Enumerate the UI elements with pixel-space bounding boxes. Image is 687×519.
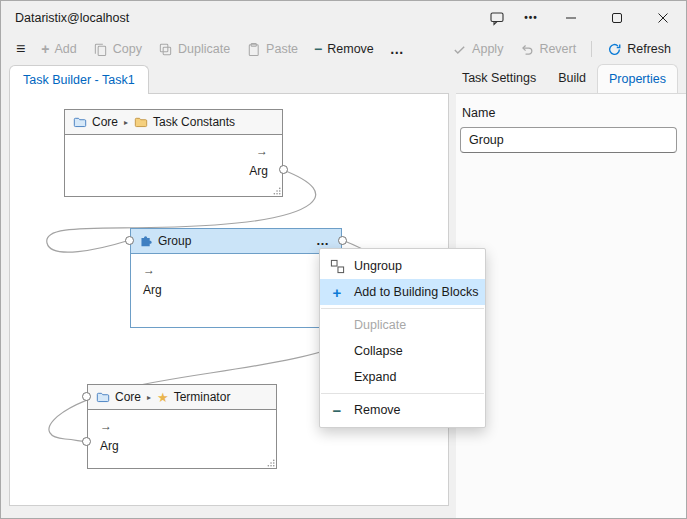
copy-button[interactable]: Copy [86, 37, 149, 61]
titlebar-more-button[interactable]: ••• [514, 1, 548, 35]
chevron-right-icon: ▸ [147, 393, 151, 402]
close-icon [657, 12, 669, 24]
tab-task-builder-task1[interactable]: Task Builder - Task1 [9, 65, 149, 94]
terminator-input-port[interactable] [82, 437, 91, 446]
refresh-button[interactable]: Refresh [600, 37, 678, 61]
menu-item-expand[interactable]: Expand [320, 364, 485, 390]
crumb-terminator[interactable]: Terminator [174, 390, 231, 404]
ungroup-label: Ungroup [354, 259, 402, 273]
doc-tab-label: Task Builder - Task1 [23, 73, 135, 87]
folder-blue-icon [73, 115, 87, 129]
maximize-icon [611, 12, 623, 24]
crumb-core[interactable]: Core [115, 390, 141, 404]
tab-properties[interactable]: Properties [597, 64, 678, 93]
puzzle-piece-icon [139, 234, 153, 248]
node-terminator-header[interactable]: Core ▸ ★ Terminator [88, 385, 276, 410]
expand-label: Expand [354, 370, 396, 384]
remove-minus-icon: − [320, 403, 354, 418]
more-dots-icon: ••• [524, 12, 538, 23]
folder-yellow-icon [134, 115, 148, 129]
node-group-body: → Arg [131, 254, 341, 306]
group-output-port[interactable] [338, 236, 347, 245]
crumb-core[interactable]: Core [92, 115, 118, 129]
toolbar-more-button[interactable]: … [383, 37, 411, 61]
name-input[interactable] [460, 127, 677, 153]
close-button[interactable] [640, 1, 686, 35]
node-task-constants-body: → Arg [65, 135, 282, 187]
toolbar-divider [591, 41, 592, 57]
properties-label: Properties [609, 72, 666, 86]
apply-label: Apply [472, 42, 503, 56]
window-title: Dataristix@localhost [15, 11, 129, 25]
remove-button[interactable]: − Remove [307, 37, 381, 61]
terminator-header-port[interactable] [82, 392, 91, 401]
output-arg-label: Arg [77, 161, 268, 181]
refresh-label: Refresh [627, 42, 671, 56]
resize-grip-icon[interactable] [272, 186, 281, 195]
hamburger-menu-button[interactable]: ≡ [9, 37, 32, 61]
panel-tabs: Task Settings Build Properties [451, 63, 678, 93]
tab-row: Task Builder - Task1 Task Settings Build… [1, 63, 686, 93]
menu-separator [321, 393, 484, 394]
copy-label: Copy [113, 42, 142, 56]
menu-item-remove[interactable]: − Remove [320, 397, 485, 423]
ellipsis-icon: … [316, 233, 329, 248]
group-more-button[interactable]: … [312, 237, 333, 245]
minus-icon: − [314, 42, 322, 56]
toolbar: ≡ + Add Copy Duplicate [1, 35, 686, 63]
group-title: Group [158, 234, 191, 248]
check-icon [452, 42, 467, 57]
minimize-button[interactable] [548, 1, 594, 35]
menu-item-duplicate[interactable]: Duplicate [320, 312, 485, 338]
copy-icon [93, 42, 108, 57]
duplicate-label: Duplicate [354, 318, 406, 332]
chevron-right-icon: ▸ [124, 118, 128, 127]
plus-icon: + [41, 42, 49, 56]
menu-separator [321, 308, 484, 309]
hamburger-icon: ≡ [16, 42, 25, 56]
remove-label: Remove [354, 403, 401, 417]
node-terminator[interactable]: Core ▸ ★ Terminator → Arg [87, 384, 277, 469]
node-task-constants-header[interactable]: Core ▸ Task Constants [65, 110, 282, 135]
refresh-icon [607, 42, 622, 57]
output-arrow: → [77, 141, 268, 161]
ellipsis-icon: … [390, 45, 404, 53]
titlebar: Dataristix@localhost ••• [1, 1, 686, 35]
ungroup-icon [320, 259, 354, 274]
app-window: Dataristix@localhost ••• [0, 0, 687, 519]
add-to-building-blocks-label: Add to Building Blocks [354, 285, 478, 299]
revert-button[interactable]: Revert [512, 37, 583, 61]
feedback-bubble-icon-button[interactable] [480, 1, 514, 35]
node-group[interactable]: Group … → Arg [130, 228, 342, 328]
node-task-constants[interactable]: Core ▸ Task Constants → Arg [64, 109, 283, 197]
tab-task-settings[interactable]: Task Settings [451, 63, 547, 93]
tab-build[interactable]: Build [547, 63, 597, 93]
duplicate-button[interactable]: Duplicate [151, 37, 237, 61]
paste-icon [246, 42, 261, 57]
menu-item-add-to-building-blocks[interactable]: + Add to Building Blocks [320, 279, 485, 305]
paste-button[interactable]: Paste [239, 37, 305, 61]
menu-item-collapse[interactable]: Collapse [320, 338, 485, 364]
crumb-task-constants[interactable]: Task Constants [153, 115, 235, 129]
build-label: Build [558, 71, 586, 85]
maximize-button[interactable] [594, 1, 640, 35]
group-input-port[interactable] [125, 236, 134, 245]
add-button[interactable]: + Add [34, 37, 83, 61]
remove-label: Remove [327, 42, 374, 56]
task-constants-output-port[interactable] [279, 165, 288, 174]
duplicate-icon [158, 42, 173, 57]
collapse-label: Collapse [354, 344, 403, 358]
group-context-menu: Ungroup + Add to Building Blocks Duplica… [319, 248, 486, 428]
resize-grip-icon[interactable] [266, 458, 275, 467]
add-plus-icon: + [320, 285, 354, 300]
duplicate-label: Duplicate [178, 42, 230, 56]
add-label: Add [55, 42, 77, 56]
undo-icon [519, 42, 534, 57]
node-group-header[interactable]: Group … [131, 229, 341, 254]
paste-label: Paste [266, 42, 298, 56]
menu-item-ungroup[interactable]: Ungroup [320, 253, 485, 279]
minimize-icon [565, 12, 577, 24]
apply-button[interactable]: Apply [445, 37, 510, 61]
caption-buttons: ••• [480, 1, 686, 35]
input-arg-label: Arg [100, 436, 264, 456]
